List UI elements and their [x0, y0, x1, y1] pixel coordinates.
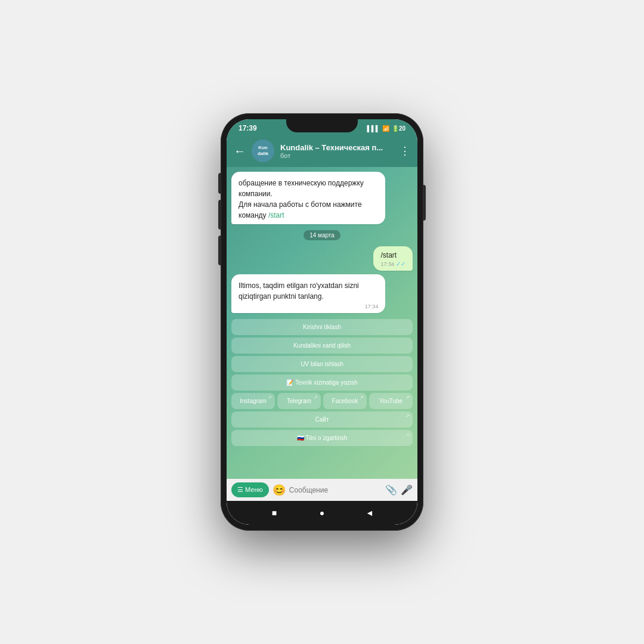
notch: [286, 119, 358, 132]
message-text: Iltimos, taqdim etilgan ro'yxatdan sizni…: [239, 280, 378, 302]
button-row-6: ↗ Сайт: [231, 411, 413, 428]
power-button: [423, 185, 426, 221]
button-row-7: c 🇷🇺 Tilni o`zgartirish: [231, 430, 413, 446]
incoming-message-1: обращение в техническую поддержку компан…: [231, 172, 385, 224]
corner-label: c: [407, 432, 410, 437]
button-row-5: ↗ Instagram ↗ Telegram ↗ Facebook ↗ YouT…: [231, 393, 413, 409]
bot-keyboard: Kirishni tiklash Kundalikni xarid qilish…: [231, 319, 413, 446]
message-text: обращение в техническую поддержку компан…: [239, 178, 378, 221]
date-separator: 14 марта: [231, 230, 413, 240]
date-badge: 14 марта: [304, 230, 340, 240]
message-time: 17:34: [239, 304, 378, 309]
silent-button: [218, 173, 221, 194]
outgoing-message-1: /start 17:34 ✓✓: [373, 246, 413, 271]
message-text: /start: [380, 251, 405, 259]
facebook-button[interactable]: ↗ Facebook: [323, 393, 367, 409]
kirishni-tiklash-button[interactable]: Kirishni tiklash: [231, 319, 413, 335]
phone-frame: 17:39 ▌▌▌ 📶 🔋20 ← Kundalik Kundalik – Те…: [221, 113, 423, 531]
button-row-4: 📝 Texnik xizmatiga yozish: [231, 374, 413, 391]
telegram-button[interactable]: ↗ Telegram: [277, 393, 321, 409]
uv-bilan-button[interactable]: UV bilan ishlash: [231, 356, 413, 372]
message-time: 17:34: [380, 261, 394, 267]
chat-area: обращение в техническую поддержку компан…: [227, 167, 417, 479]
start-link[interactable]: /start: [268, 211, 284, 219]
external-icon: ↗: [405, 395, 410, 400]
time-row: 17:34 ✓✓: [380, 261, 405, 267]
kundalikni-xarid-button[interactable]: Kundalikni xarid qilish: [231, 338, 413, 354]
button-row-1: Kirishni tiklash: [231, 319, 413, 335]
external-icon: ↗: [360, 395, 364, 400]
sayt-button[interactable]: ↗ Сайт: [231, 411, 413, 428]
read-check: ✓✓: [396, 261, 405, 267]
texnik-button[interactable]: 📝 Texnik xizmatiga yozish: [231, 374, 413, 391]
external-icon: ↗: [268, 395, 272, 400]
instagram-button[interactable]: ↗ Instagram: [231, 393, 275, 409]
external-icon: ↗: [314, 395, 318, 400]
volume-up-button: [218, 200, 221, 230]
button-row-2: Kundalikni xarid qilish: [231, 338, 413, 354]
phone-screen: 17:39 ▌▌▌ 📶 🔋20 ← Kundalik Kundalik – Те…: [227, 119, 417, 525]
external-icon: ↗: [405, 413, 410, 419]
youtube-button[interactable]: ↗ YouTube: [369, 393, 413, 409]
volume-down-button: [218, 236, 221, 265]
incoming-message-2: Iltimos, taqdim etilgan ro'yxatdan sizni…: [231, 274, 385, 313]
button-row-3: UV bilan ishlash: [231, 356, 413, 372]
language-button[interactable]: c 🇷🇺 Tilni o`zgartirish: [231, 430, 413, 446]
